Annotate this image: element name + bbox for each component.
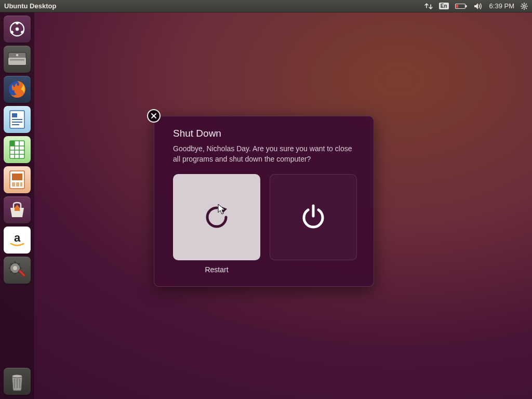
svg-rect-21 [8,58,26,65]
menubar-title[interactable]: Ubuntu Desktop [4,2,56,10]
dialog-body: Goodbye, Nicholas Day. Are you sure you … [173,143,355,165]
svg-point-23 [16,54,18,56]
restart-button[interactable] [173,174,260,260]
svg-point-54 [12,375,22,378]
launcher-files[interactable] [4,46,31,73]
restart-icon [202,203,231,232]
svg-rect-1 [466,5,467,7]
launcher-software[interactable] [4,196,31,223]
top-menubar: Ubuntu Desktop En 6:39 PM [0,0,532,12]
svg-text:a: a [14,231,21,244]
svg-rect-36 [10,141,15,146]
menubar-clock[interactable]: 6:39 PM [489,2,514,10]
sound-icon[interactable] [474,3,483,10]
svg-rect-26 [12,113,17,117]
shutdown-dialog: Shut Down Goodbye, Nicholas Day. Are you… [154,116,374,287]
svg-rect-41 [20,182,22,187]
menubar-indicators: En 6:39 PM [424,2,528,10]
svg-rect-2 [456,5,458,8]
dialog-title: Shut Down [173,128,355,139]
svg-rect-22 [10,59,24,61]
svg-rect-40 [16,182,19,187]
restart-label: Restart [205,265,228,274]
keyboard-layout-indicator[interactable]: En [439,3,449,9]
launcher-writer[interactable] [4,106,31,133]
dialog-close-button[interactable] [147,109,161,123]
launcher-firefox[interactable] [4,76,31,103]
svg-line-10 [522,8,523,8]
launcher-amazon[interactable]: a [4,227,31,254]
svg-rect-39 [12,182,15,187]
svg-rect-38 [12,174,22,180]
network-icon[interactable] [424,3,433,10]
svg-point-14 [16,22,19,25]
svg-line-11 [526,4,526,4]
svg-rect-19 [17,24,18,26]
launcher-trash[interactable] [4,368,31,395]
svg-point-52 [13,266,17,270]
svg-point-16 [21,31,24,34]
launcher-impress[interactable] [4,166,31,193]
svg-point-3 [523,5,525,7]
launcher-calc[interactable] [4,136,31,163]
gear-icon[interactable] [521,3,528,10]
shutdown-button[interactable] [270,174,357,260]
power-icon [299,203,328,232]
battery-icon[interactable] [455,3,468,9]
svg-point-15 [10,31,14,34]
svg-point-13 [16,28,19,31]
svg-line-9 [526,8,526,8]
svg-line-8 [522,4,523,4]
svg-rect-18 [19,29,21,30]
svg-rect-17 [13,29,15,30]
unity-launcher: a [0,12,34,399]
launcher-dash[interactable] [4,16,31,43]
launcher-settings[interactable] [4,257,31,284]
close-icon [151,113,157,119]
svg-rect-53 [18,269,26,277]
